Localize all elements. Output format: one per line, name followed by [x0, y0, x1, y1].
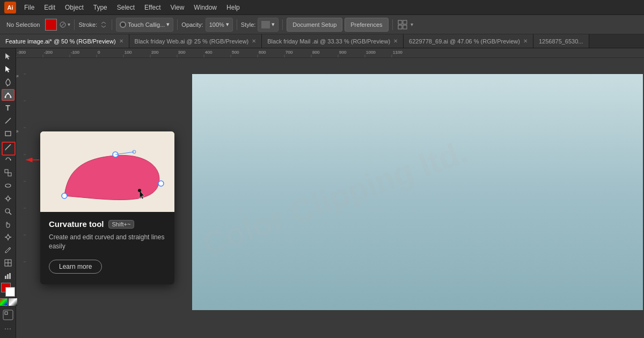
menu-help[interactable]: Help	[223, 3, 244, 12]
zoom-tool[interactable]	[2, 205, 14, 217]
opacity-dropdown-arrow[interactable]: ▾	[226, 21, 229, 28]
tab-close-3[interactable]: ✕	[523, 38, 528, 44]
brush-tool[interactable]	[2, 141, 14, 152]
more-tools-button[interactable]: ···	[4, 324, 11, 334]
svg-text:-300: -300	[17, 50, 26, 55]
menu-object[interactable]: Object	[61, 3, 87, 12]
fill-options-icon	[59, 21, 67, 28]
svg-point-62	[5, 209, 10, 213]
fill-swatch[interactable]	[45, 19, 57, 31]
scale-tool[interactable]	[2, 167, 14, 179]
curvature-tool-icon	[4, 91, 12, 99]
color-swatches[interactable]	[1, 283, 15, 297]
tab-close-1[interactable]: ✕	[252, 38, 256, 44]
svg-line-1	[61, 23, 64, 26]
svg-text:-200: -200	[44, 50, 53, 55]
lasso-tool[interactable]	[2, 180, 14, 192]
ruler-top-svg: -300 -200 -100 0 100 200 300 400 500 600	[16, 48, 644, 58]
fill-dropdown-arrow[interactable]: ▾	[68, 21, 70, 27]
style-selector[interactable]: ▾	[258, 18, 279, 32]
svg-point-80	[62, 193, 67, 199]
pen-tool[interactable]	[2, 76, 14, 88]
menu-select[interactable]: Select	[113, 3, 138, 12]
style-dropdown-arrow[interactable]: ▾	[272, 21, 275, 28]
color-mode-icon[interactable]	[0, 298, 8, 306]
tooltip-popup: Curvature tool Shift+~ Create and edit c…	[40, 131, 174, 284]
opacity-value[interactable]: 100% ▾	[206, 18, 233, 32]
gradient-mode-icon[interactable]	[9, 298, 17, 306]
magic-wand-tool[interactable]	[2, 193, 14, 204]
tabs-bar: Feature image.ai* @ 50 % (RGB/Preview) ✕…	[0, 34, 644, 48]
svg-text:700: 700	[286, 50, 293, 55]
color-mode-buttons	[0, 298, 17, 306]
menu-type[interactable]: Type	[90, 3, 111, 12]
type-tool[interactable]: T	[2, 102, 14, 114]
svg-point-85	[138, 189, 141, 192]
ruler-left: 5 6	[16, 58, 26, 338]
svg-rect-5	[403, 25, 407, 29]
brush-icon	[120, 21, 126, 28]
touch-callig-selector[interactable]: Touch Callig... ▾	[116, 18, 173, 32]
menu-edit[interactable]: Edit	[40, 3, 59, 12]
menu-effect[interactable]: Effect	[141, 3, 164, 12]
learn-more-button[interactable]: Learn more	[49, 260, 102, 274]
curvature-preview-svg	[40, 131, 174, 212]
pen-tool-icon	[4, 78, 12, 86]
svg-text:0: 0	[98, 50, 100, 55]
svg-rect-75	[9, 273, 11, 279]
svg-text:900: 900	[339, 50, 347, 55]
arrange-icon	[397, 19, 408, 31]
tab-1256875[interactable]: 1256875_6530...	[533, 34, 589, 48]
curvature-tool[interactable]	[2, 89, 14, 101]
menu-window[interactable]: Window	[190, 3, 221, 12]
tooltip-description: Create and edit curved and straight line…	[49, 233, 166, 251]
tooltip-preview	[40, 131, 174, 212]
hand-tool[interactable]	[2, 218, 14, 230]
tab-black-friday-web[interactable]: Black friday Web.ai @ 25 % (RGB/Preview)…	[129, 34, 262, 48]
hand-tool-icon	[4, 220, 12, 229]
svg-text:6: 6	[16, 130, 19, 133]
svg-point-61	[6, 197, 10, 200]
stroke-up-down[interactable]	[99, 20, 108, 29]
eyedropper-tool[interactable]	[2, 244, 14, 256]
line-tool[interactable]	[2, 115, 14, 127]
svg-point-50	[10, 97, 11, 98]
touch-dropdown-arrow[interactable]: ▾	[166, 21, 170, 28]
document-setup-button[interactable]: Document Setup	[287, 18, 342, 32]
svg-point-82	[158, 181, 164, 186]
arrange-dropdown-arrow[interactable]: ▾	[411, 21, 413, 27]
svg-rect-37	[16, 58, 26, 338]
scale-tool-icon	[4, 168, 12, 177]
tooltip-title: Curvature tool Shift+~	[49, 219, 166, 229]
rotate-tool-icon	[4, 156, 12, 164]
svg-rect-74	[7, 274, 9, 279]
svg-rect-2	[398, 20, 402, 24]
canvas-content	[192, 74, 643, 310]
svg-rect-4	[398, 25, 402, 29]
rectangle-tool[interactable]	[2, 128, 14, 139]
svg-text:600: 600	[259, 50, 266, 55]
tab-black-friday-mail[interactable]: Black friday Mail .ai @ 33.33 % (RGB/Pre…	[262, 34, 404, 48]
tab-6229778[interactable]: 6229778_69.ai @ 47.06 % (RGB/Preview) ✕	[404, 34, 533, 48]
tab-feature-image[interactable]: Feature image.ai* @ 50 % (RGB/Preview) ✕	[0, 34, 129, 48]
graph-tool[interactable]	[2, 270, 14, 282]
selection-tool[interactable]	[2, 50, 14, 62]
menu-file[interactable]: File	[20, 3, 38, 12]
preferences-button[interactable]: Preferences	[345, 18, 388, 32]
background-color[interactable]	[5, 287, 15, 297]
menu-view[interactable]: View	[167, 3, 188, 12]
mesh-tool[interactable]	[2, 257, 14, 269]
artboard-mode-icon[interactable]	[2, 308, 14, 321]
direct-selection-tool[interactable]	[2, 63, 14, 75]
svg-rect-56	[8, 173, 11, 176]
tab-close-0[interactable]: ✕	[119, 38, 123, 44]
tab-close-2[interactable]: ✕	[393, 38, 398, 44]
svg-text:500: 500	[232, 50, 239, 55]
move-tool[interactable]	[2, 231, 14, 243]
ruler-top: -300 -200 -100 0 100 200 300 400 500 600	[16, 48, 644, 58]
main-area: -300 -200 -100 0 100 200 300 400 500 600	[0, 48, 644, 338]
rotate-tool[interactable]	[2, 154, 14, 166]
document-canvas[interactable]	[192, 74, 643, 310]
rectangle-tool-icon	[4, 129, 12, 138]
direct-selection-icon	[4, 65, 12, 74]
